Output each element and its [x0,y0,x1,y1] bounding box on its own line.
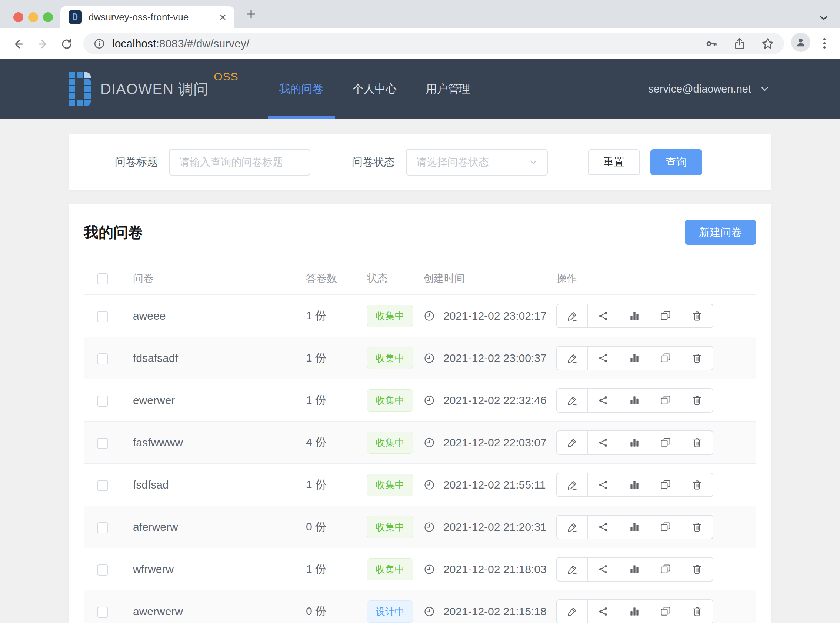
row-checkbox[interactable] [97,353,108,364]
delete-button[interactable] [682,347,713,370]
share-button[interactable] [588,473,619,496]
forward-icon[interactable] [35,37,50,52]
edit-button[interactable] [557,558,588,581]
delete-button[interactable] [682,304,713,327]
delete-icon [691,437,703,448]
stats-button[interactable] [619,389,650,412]
select-all-checkbox[interactable] [97,273,108,284]
table-row: ewerwer 1 份 收集中 2021-12-02 22:32:46 [84,379,756,422]
response-count: 4 份 [306,436,326,448]
delete-button[interactable] [682,558,713,581]
row-checkbox[interactable] [97,565,108,575]
copy-button[interactable] [650,304,682,327]
copy-button[interactable] [650,558,682,581]
edit-button[interactable] [557,347,588,370]
row-checkbox[interactable] [97,480,108,491]
copy-button[interactable] [650,347,682,370]
user-email: service@diaowen.net [648,83,751,95]
clock-icon [423,521,435,533]
profile-avatar[interactable] [791,32,810,52]
survey-title-input[interactable] [169,149,310,176]
status-badge: 设计中 [367,600,413,623]
table-row: fdsafsadf 1 份 收集中 2021-12-02 23:00:37 [84,337,756,379]
browser-tab[interactable]: D dwsurvey-oss-front-vue × [60,6,235,28]
delete-button[interactable] [682,600,713,623]
copy-button[interactable] [650,516,682,539]
edit-button[interactable] [557,431,588,454]
reset-button[interactable]: 重置 [588,149,640,175]
edit-button[interactable] [557,600,588,623]
app-navbar: DIAOWEN 调问 OSS 我的问卷 个人中心 用户管理 service@di… [0,59,840,118]
delete-button[interactable] [682,516,713,539]
header-created: 创建时间 [419,262,553,295]
clock-icon [423,563,435,575]
edit-button[interactable] [557,473,588,496]
diaowen-logo-icon [69,72,91,106]
stats-button[interactable] [619,473,650,496]
share-icon [598,352,609,364]
delete-button[interactable] [682,473,713,496]
delete-button[interactable] [682,389,713,412]
key-icon[interactable] [705,37,718,51]
status-badge: 收集中 [367,474,413,496]
site-info-icon[interactable] [93,37,106,50]
response-count: 1 份 [306,309,326,322]
new-tab-button[interactable] [244,8,258,21]
row-checkbox[interactable] [97,438,108,449]
user-menu[interactable]: service@diaowen.net [648,83,771,95]
stats-button[interactable] [619,347,650,370]
share-upload-icon[interactable] [733,37,746,51]
stats-button[interactable] [619,304,650,327]
reload-icon[interactable] [59,37,74,52]
window-zoom-button[interactable] [43,12,53,22]
stats-button[interactable] [619,516,650,539]
row-checkbox[interactable] [97,396,108,407]
status-badge: 收集中 [367,431,413,454]
tab-title: dwsurvey-oss-front-vue [89,11,219,23]
row-checkbox[interactable] [97,607,108,618]
created-time: 2021-12-02 21:55:11 [443,479,546,491]
create-survey-button[interactable]: 新建问卷 [685,220,756,245]
share-button[interactable] [588,347,619,370]
share-button[interactable] [588,431,619,454]
edit-button[interactable] [557,389,588,412]
nav-item-user-management[interactable]: 用户管理 [415,59,481,118]
edit-button[interactable] [557,516,588,539]
nav-item-personal-center[interactable]: 个人中心 [342,59,408,118]
copy-button[interactable] [650,473,682,496]
window-close-button[interactable] [13,12,23,22]
share-button[interactable] [588,558,619,581]
browser-menu-icon[interactable] [818,36,831,51]
share-button[interactable] [588,516,619,539]
nav-item-my-surveys[interactable]: 我的问卷 [268,59,335,118]
copy-icon [660,479,671,491]
row-checkbox[interactable] [97,522,108,533]
stats-button[interactable] [619,431,650,454]
back-icon[interactable] [11,37,26,52]
survey-status-label: 问卷状态 [352,155,395,170]
url-bar[interactable]: localhost:8083/#/dw/survey/ [83,33,784,54]
row-checkbox[interactable] [97,311,108,322]
search-button[interactable]: 查询 [650,149,702,175]
row-action-group [556,430,713,455]
window-minimize-button[interactable] [28,12,38,22]
share-icon [598,479,609,491]
tab-overview-chevron-icon[interactable] [817,11,830,25]
stats-button[interactable] [619,558,650,581]
bookmark-star-icon[interactable] [761,37,774,51]
stats-button[interactable] [619,600,650,623]
share-button[interactable] [588,304,619,327]
copy-button[interactable] [650,600,682,623]
share-button[interactable] [588,389,619,412]
table-row: awerwerw 0 份 设计中 2021-12-02 21:15:18 [84,591,756,623]
survey-name: ewerwer [133,394,175,406]
edit-button[interactable] [557,304,588,327]
status-select-placeholder: 请选择问卷状态 [416,155,489,169]
copy-button[interactable] [650,389,682,412]
tab-close-icon[interactable]: × [219,11,226,23]
copy-button[interactable] [650,431,682,454]
survey-status-select[interactable]: 请选择问卷状态 [406,149,548,176]
delete-button[interactable] [682,431,713,454]
table-row: fsdfsad 1 份 收集中 2021-12-02 21:55:11 [84,464,756,506]
share-button[interactable] [588,600,619,623]
